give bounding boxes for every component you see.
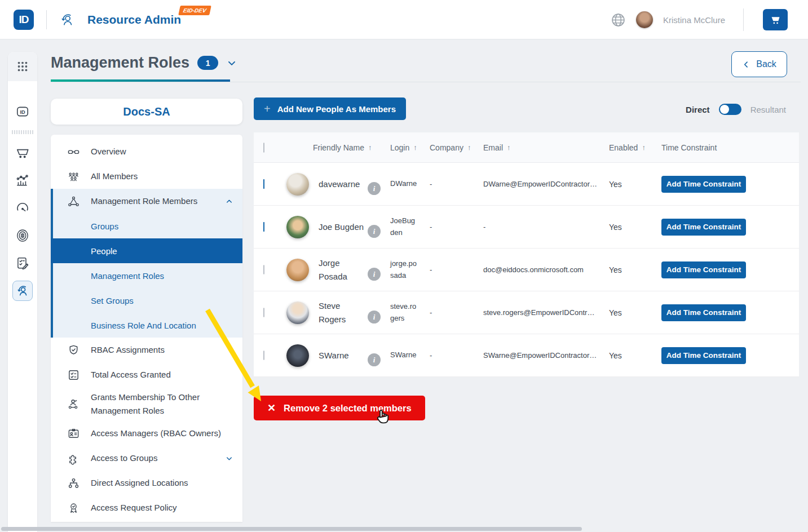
info-icon[interactable]: i <box>368 225 381 238</box>
member-login: jorge.po sada <box>390 258 430 282</box>
member-avatar <box>286 173 309 196</box>
role-sidebar: Docs-SA Overview All Member <box>51 99 242 522</box>
user-name[interactable]: Kristina McClure <box>663 15 725 25</box>
sidebar-item-direct-assigned-locations[interactable]: Direct Assigned Locations <box>51 471 242 495</box>
member-login: steve.ro gers <box>390 301 430 325</box>
id-badge-icon[interactable]: ID <box>12 101 33 122</box>
shopping-cart-icon[interactable] <box>12 143 33 163</box>
sidebar-subitem-groups[interactable]: Groups <box>53 214 242 238</box>
info-icon[interactable]: i <box>368 311 381 323</box>
add-time-constraint-button[interactable]: Add Time Constraint <box>661 261 746 278</box>
chevron-up-icon[interactable] <box>225 197 233 206</box>
add-time-constraint-button[interactable]: Add Time Constraint <box>661 347 746 364</box>
sidebar-item-grants-membership[interactable]: Grants Membership To Other Management Ro… <box>51 387 242 421</box>
member-enabled: Yes <box>609 308 654 317</box>
column-header-login[interactable]: Login ↑ <box>390 143 430 152</box>
column-label: Email <box>483 143 503 152</box>
back-button-label: Back <box>756 59 776 69</box>
sort-asc-icon: ↑ <box>507 143 511 152</box>
sidebar-subitem-management-roles[interactable]: Management Roles <box>53 263 242 288</box>
column-label: Company <box>430 143 463 152</box>
member-avatar <box>286 259 309 281</box>
sidebar-subitem-people[interactable]: People <box>51 238 242 263</box>
row-checkbox[interactable] <box>263 222 264 232</box>
row-checkbox[interactable] <box>263 265 264 274</box>
back-button[interactable]: Back <box>731 51 787 77</box>
sidebar-item-label: Grants Membership To Other Management Ro… <box>91 391 233 418</box>
member-enabled: Yes <box>609 265 654 274</box>
subitem-label: People <box>91 246 117 256</box>
row-checkbox[interactable] <box>263 351 264 360</box>
app-grid-icon[interactable] <box>8 52 37 81</box>
icon-rail: ID <box>8 52 37 532</box>
user-avatar[interactable] <box>636 11 653 28</box>
header-divider <box>743 8 744 31</box>
role-name-card[interactable]: Docs-SA <box>51 99 242 125</box>
sidebar-item-management-role-members[interactable]: Management Role Members <box>53 189 242 214</box>
column-header-email[interactable]: Email ↑ <box>483 143 609 152</box>
hierarchy-icon <box>67 477 80 490</box>
direct-resultant-switch[interactable] <box>719 104 741 115</box>
sidebar-item-label: Direct Assigned Locations <box>91 476 233 490</box>
sidebar-subitem-business-role-and-location[interactable]: Business Role And Location <box>53 313 242 338</box>
horizontal-scrollbar[interactable] <box>1 527 582 531</box>
cart-button[interactable] <box>763 9 788 30</box>
column-header-friendly-name[interactable]: Friendly Name ↑ <box>313 143 390 152</box>
row-checkbox[interactable] <box>263 308 264 317</box>
sidebar-subitem-set-groups[interactable]: Set Groups <box>53 288 242 313</box>
sidebar-item-total-access-granted[interactable]: Total Access Granted <box>51 362 242 387</box>
direct-resultant-toggle-row: Direct Resultant <box>686 102 786 117</box>
info-icon[interactable]: i <box>368 268 381 281</box>
select-all-checkbox[interactable] <box>263 143 264 153</box>
fingerprint-icon[interactable] <box>12 225 33 246</box>
gauge-icon[interactable] <box>12 198 33 218</box>
sidebar-item-overview[interactable]: Overview <box>51 139 242 164</box>
remove-selected-members-button[interactable]: ✕ Remove 2 selected members <box>254 396 425 420</box>
svg-text:ID: ID <box>20 109 25 115</box>
analytics-icon[interactable] <box>12 170 33 190</box>
subitem-label: Business Role And Location <box>91 321 196 330</box>
member-email: steve.rogers@EmpowerIDContr… <box>483 308 609 317</box>
add-time-constraint-button[interactable]: Add Time Constraint <box>661 304 746 321</box>
resource-admin-rail-icon[interactable] <box>12 281 33 301</box>
member-avatar <box>286 216 309 238</box>
column-header-time-constraint: Time Constraint <box>654 143 799 152</box>
sidebar-item-access-managers[interactable]: Access Managers (RBAC Owners) <box>51 421 242 446</box>
sidebar-item-access-to-groups[interactable]: Access to Groups <box>51 446 242 471</box>
member-avatar <box>286 302 309 324</box>
role-menu: Overview All Members <box>51 135 242 522</box>
add-time-constraint-button[interactable]: Add Time Constraint <box>661 219 746 236</box>
people-group-icon <box>67 170 80 183</box>
toggle-label-direct[interactable]: Direct <box>686 105 710 114</box>
add-new-people-button[interactable]: + Add New People As Members <box>254 97 406 120</box>
toggle-label-resultant[interactable]: Resultant <box>750 105 786 114</box>
subitem-label: Groups <box>91 221 118 231</box>
member-company: - <box>430 223 483 231</box>
chevron-down-icon[interactable] <box>226 57 237 69</box>
subitem-label: Management Roles <box>91 271 164 281</box>
column-label: Friendly Name <box>313 143 364 152</box>
info-icon[interactable]: i <box>368 182 381 195</box>
add-time-constraint-button[interactable]: Add Time Constraint <box>661 176 746 193</box>
sidebar-item-label: Overview <box>91 145 233 158</box>
column-label: Enabled <box>609 143 638 152</box>
language-globe-icon[interactable] <box>611 12 626 28</box>
column-header-company[interactable]: Company ↑ <box>430 143 483 152</box>
sidebar-item-label: Management Role Members <box>91 194 214 208</box>
member-enabled: Yes <box>609 223 654 232</box>
sidebar-item-rbac-assignments[interactable]: RBAC Assignments <box>51 338 242 362</box>
sidebar-item-all-members[interactable]: All Members <box>51 164 242 189</box>
info-icon[interactable]: i <box>368 353 381 366</box>
person-network-icon <box>67 398 80 411</box>
row-checkbox[interactable] <box>263 179 264 189</box>
column-header-enabled[interactable]: Enabled ↑ <box>609 143 654 152</box>
member-email: - <box>483 223 609 231</box>
audit-document-icon[interactable] <box>12 253 33 273</box>
empowerid-logo[interactable]: ID <box>14 10 34 30</box>
environment-badge: EID-DEV <box>178 6 211 15</box>
chevron-down-icon[interactable] <box>225 454 233 463</box>
table-row: davewarne i DWarne - DWarne@EmpowerIDCon… <box>254 163 799 206</box>
sidebar-item-access-request-policy[interactable]: Access Request Policy <box>51 495 242 520</box>
remove-button-label: Remove 2 selected members <box>284 403 412 414</box>
member-email: DWarne@EmpowerIDContractor… <box>483 180 609 188</box>
